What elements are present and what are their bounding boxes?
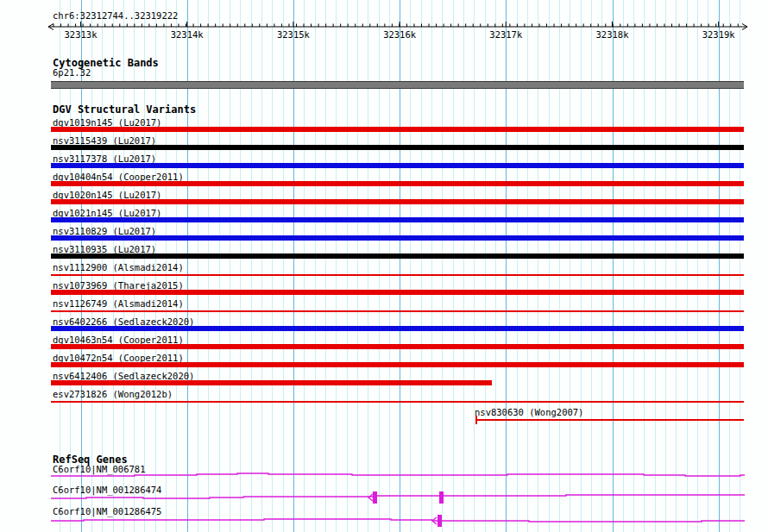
dgv-variant-bar[interactable] (51, 145, 744, 150)
genome-browser-panel: chr6:32312744..32319222 32313k32314k3231… (0, 0, 768, 532)
dgv-variant-bar[interactable] (51, 181, 744, 186)
exon-block[interactable] (439, 491, 444, 504)
cytoband-bar[interactable] (51, 81, 744, 89)
gridline-major (719, 0, 720, 532)
gridline-major (293, 0, 294, 532)
gridline-minor (336, 0, 337, 532)
gridline-minor (538, 0, 538, 532)
gridline-minor (559, 0, 560, 532)
gridline-major (400, 0, 400, 532)
dgv-track-label[interactable]: nsv1126749 (Alsmadi2014) (53, 299, 184, 309)
gridline-minor (708, 0, 708, 532)
cytoband-name: 6p21.32 (53, 68, 91, 78)
dgv-variant-bar[interactable] (51, 344, 744, 349)
gridline-minor (357, 0, 358, 532)
ruler-tick-label: 32314k (166, 30, 209, 40)
gridline-minor (570, 0, 570, 532)
gridline-minor (240, 0, 241, 532)
dgv-variant-bar[interactable] (51, 163, 744, 168)
gridline-minor (687, 0, 688, 532)
gene-intron-line (51, 519, 745, 522)
gridline-minor (527, 0, 528, 532)
gridline-minor (431, 0, 432, 532)
gridline-minor (549, 0, 550, 532)
dgv-track-label[interactable]: esv2731826 (Wong2012b) (53, 390, 173, 399)
dgv-variant-bar[interactable] (475, 419, 744, 421)
gridline-minor (261, 0, 262, 532)
gridline-minor (453, 0, 454, 532)
gridline-minor (623, 0, 624, 532)
gridline-minor (442, 0, 443, 532)
gridline-minor (517, 0, 518, 532)
ruler-tick-label: 32317k (484, 30, 527, 40)
dgv-variant-bar[interactable] (51, 290, 744, 295)
strand-arrow-icon (368, 494, 373, 501)
gridline-minor (272, 0, 273, 532)
left-arrow-icon (48, 27, 54, 30)
gene-model[interactable] (51, 467, 745, 485)
dgv-variant-bar[interactable] (51, 274, 744, 276)
right-arrow-icon (742, 24, 747, 28)
gridline-minor (389, 0, 390, 532)
gridline-minor (463, 0, 464, 532)
ruler-tick-label: 32316k (378, 30, 421, 40)
gridline-minor (485, 0, 486, 532)
gridline-minor (325, 0, 326, 532)
exon-block[interactable] (373, 491, 377, 504)
gridline-minor (601, 0, 602, 532)
gene-intron-line (51, 495, 745, 498)
dgv-track-label[interactable]: nsv830630 (Wong2007) (475, 408, 583, 417)
gridline-minor (208, 0, 209, 532)
gridline-minor (368, 0, 368, 532)
dgv-variant-bar[interactable] (51, 253, 744, 259)
dgv-variant-bar[interactable] (51, 127, 744, 132)
gridline-minor (315, 0, 316, 532)
region-label: chr6:32312744..32319222 (53, 11, 178, 21)
dgv-variant-bar[interactable] (51, 217, 744, 222)
gridline-minor (347, 0, 348, 532)
dgv-track-label[interactable]: nsv1112900 (Alsmadi2014) (53, 263, 184, 272)
gridline-minor (251, 0, 252, 532)
gridline-minor (198, 0, 198, 532)
dgv-variant-bar[interactable] (51, 362, 744, 367)
gridline-minor (740, 0, 740, 532)
gridline-major (506, 0, 507, 532)
ruler-tick-label: 32319k (697, 30, 740, 40)
gridline-minor (581, 0, 582, 532)
gridline-minor (230, 0, 230, 532)
gridline-minor (304, 0, 305, 532)
dgv-variant-bar[interactable] (51, 310, 744, 312)
gridline-minor (591, 0, 592, 532)
gridline-minor (676, 0, 677, 532)
gridline-minor (410, 0, 411, 532)
variant-start-bracket (475, 416, 477, 424)
ruler-tick-label: 32318k (591, 30, 634, 40)
dgv-variant-bar[interactable] (51, 380, 492, 385)
exon-block[interactable] (438, 515, 442, 527)
dgv-variant-bar[interactable] (51, 199, 744, 204)
gene-model[interactable] (51, 489, 745, 506)
gridline-minor (655, 0, 656, 532)
gridline-major (187, 0, 188, 532)
gridline-minor (729, 0, 730, 532)
ruler-tick-label: 32313k (60, 30, 103, 40)
dgv-variant-bar[interactable] (51, 326, 744, 331)
gridline-minor (474, 0, 475, 532)
gene-intron-line (51, 473, 745, 476)
gridline-minor (665, 0, 666, 532)
gridline-minor (421, 0, 422, 532)
left-arrow-icon (48, 24, 54, 28)
gridline-minor (644, 0, 645, 532)
gridline-minor (219, 0, 220, 532)
ruler-tick-label: 32315k (272, 30, 315, 40)
gridline-minor (633, 0, 634, 532)
dgv-variant-bar[interactable] (51, 401, 744, 403)
right-arrow-icon (742, 27, 747, 30)
gridline-minor (495, 0, 496, 532)
gridline-major (613, 0, 614, 532)
gene-model[interactable] (51, 512, 745, 529)
gridline-minor (379, 0, 380, 532)
dgv-variant-bar[interactable] (51, 235, 744, 241)
dgv-section-title: DGV Structural Variants (53, 104, 196, 115)
gridline-minor (697, 0, 698, 532)
